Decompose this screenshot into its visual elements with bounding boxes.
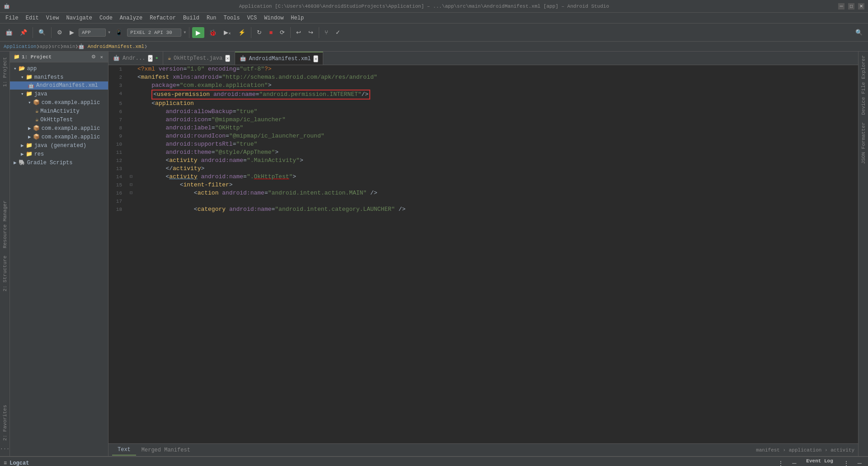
andr-tab-close[interactable]: × xyxy=(148,55,152,62)
device-selector[interactable]: PIXEL 2 API 30 xyxy=(127,29,181,37)
project-gear-icon[interactable]: ⚙ xyxy=(90,53,97,60)
breadcrumb-item-src[interactable]: src xyxy=(52,44,61,49)
tree-item-com1[interactable]: ▾ 📦 com.example.applic xyxy=(10,98,108,107)
tree-item-app[interactable]: ▾ 📂 app xyxy=(10,64,108,73)
search-everywhere-button[interactable]: 🔍 xyxy=(853,28,865,37)
tree-item-manifests[interactable]: ▾ 📁 manifests xyxy=(10,73,108,81)
tree-item-androidmanifest[interactable]: 🤖 AndroidManifest.xml xyxy=(10,81,108,90)
menu-window[interactable]: Window xyxy=(260,14,287,22)
toolbar-settings-icon[interactable]: ⚙ xyxy=(54,28,65,37)
sidebar-favorites[interactable]: 2: Favorites xyxy=(1,401,9,444)
toolbar-arrow-icon: ▾ xyxy=(108,29,111,36)
menu-view[interactable]: View xyxy=(42,14,63,22)
tree-label-com1: com.example.applic xyxy=(42,100,100,106)
bottom-breadcrumb-manifest[interactable]: manifest xyxy=(756,447,780,453)
bottom-breadcrumb-activity[interactable]: activity xyxy=(830,447,854,453)
bottom-breadcrumb-application[interactable]: application xyxy=(789,447,822,453)
manifest-tab-close[interactable]: × xyxy=(313,55,318,62)
menu-analyze[interactable]: Analyze xyxy=(116,14,146,22)
debug-button[interactable]: 🐞 xyxy=(206,28,219,38)
package2-icon: 📦 xyxy=(33,125,40,132)
sidebar-json-formatter[interactable]: JSON Formatter xyxy=(859,119,868,167)
tab-merged-manifest[interactable]: Merged Manifest xyxy=(136,445,196,455)
breadcrumb-item-main[interactable]: main xyxy=(63,44,75,49)
tree-item-okhttptest[interactable]: ☕ OkHttpTest xyxy=(10,115,108,124)
eventlog-menu-icon[interactable]: ⋮ xyxy=(840,458,852,466)
project-close-icon[interactable]: × xyxy=(99,54,104,60)
code-line-4: 4 <uses-permission android:name="android… xyxy=(108,90,858,100)
menu-code[interactable]: Code xyxy=(96,14,116,22)
sync-button[interactable]: ⟳ xyxy=(277,28,288,37)
tree-item-gradle[interactable]: ▶ 🐘 Gradle Scripts xyxy=(10,158,108,167)
menu-navigate[interactable]: Navigate xyxy=(62,14,96,22)
tab-androidmanifest[interactable]: 🤖 AndroidManifest.xml × xyxy=(235,52,323,65)
menu-build[interactable]: Build xyxy=(179,14,203,22)
reload-button[interactable]: ↻ xyxy=(254,28,264,37)
toolbar-separator-5 xyxy=(290,27,291,38)
code-line-7: 7 android:icon="@mipmap/ic_launcher" xyxy=(108,116,858,124)
device-arrow-icon: ▾ xyxy=(183,29,186,36)
project-panel: 📁 1: Project ⚙ × ▾ 📂 app ▾ 📁 manifests xyxy=(10,52,108,456)
logcat-menu-icon[interactable]: ⋮ xyxy=(775,458,787,466)
profile-button[interactable]: ⚡ xyxy=(236,28,248,37)
menu-tools[interactable]: Tools xyxy=(220,14,244,22)
run-button[interactable]: ▶ xyxy=(192,27,204,38)
menu-refactor[interactable]: Refactor xyxy=(146,14,179,22)
tree-item-com3[interactable]: ▶ 📦 com.example.applic xyxy=(10,133,108,141)
tree-item-java[interactable]: ▾ 📁 java xyxy=(10,90,108,98)
commit-button[interactable]: ✓ xyxy=(333,28,343,37)
tree-item-com2[interactable]: ▶ 📦 com.example.applic xyxy=(10,124,108,133)
breadcrumb-item-app2[interactable]: app xyxy=(39,44,48,49)
menu-help[interactable]: Help xyxy=(287,14,307,22)
breadcrumb-item-manifest[interactable]: 🤖 AndroidManifest.xml xyxy=(78,43,144,49)
minimize-button[interactable]: ─ xyxy=(838,3,844,10)
code-line-3: 3 package="com.example.application"> xyxy=(108,81,858,90)
code-line-12: 12 <activity android:name=".MainActivity… xyxy=(108,157,858,165)
breadcrumb-item-app[interactable]: Application xyxy=(4,44,37,49)
menu-edit[interactable]: Edit xyxy=(22,14,42,22)
package-icon: 📦 xyxy=(33,99,40,106)
titlebar: 🤖 Application [C:\Users\46030\AndroidStu… xyxy=(0,0,868,13)
toolbar-search-icon[interactable]: 🔍 xyxy=(36,28,48,37)
logcat-minimize-icon[interactable]: ─ xyxy=(789,458,799,466)
code-line-6: 6 android:allowBackup="true" xyxy=(108,108,858,116)
tree-label-com3: com.example.applic xyxy=(42,134,100,140)
sidebar-structure[interactable]: 2: Structure xyxy=(1,252,9,295)
sidebar-project-label[interactable]: 1: Project xyxy=(1,53,9,90)
coverage-button[interactable]: ▶ₓ xyxy=(221,28,234,37)
redo-button[interactable]: ↪ xyxy=(306,28,316,37)
sidebar-resource-manager[interactable]: Resource Manager xyxy=(1,197,9,252)
menu-run[interactable]: Run xyxy=(203,14,220,22)
toolbar-android-icon[interactable]: 🤖 xyxy=(3,28,15,37)
package3-icon: 📦 xyxy=(33,133,40,140)
code-line-8: 8 android:label="OKHttp" xyxy=(108,124,858,132)
code-line-18: 18 <category android:name="android.inten… xyxy=(108,205,858,214)
toolbar-pin-icon[interactable]: 📌 xyxy=(17,28,30,37)
eventlog-minimize-icon[interactable]: ─ xyxy=(855,458,864,466)
expand-icon-jg: ▶ xyxy=(21,143,24,148)
tab-text[interactable]: Text xyxy=(112,445,136,456)
close-button[interactable]: ✕ xyxy=(858,3,864,10)
app-selector[interactable]: APP xyxy=(79,29,106,37)
okhttptest-tab-close[interactable]: × xyxy=(225,55,230,62)
tab-okhttptest[interactable]: ☕ OkHttpTest.java × xyxy=(163,52,235,65)
tab-andr[interactable]: 🤖 Andr... × ● xyxy=(108,52,163,65)
stop-button[interactable]: ■ xyxy=(266,28,275,37)
tree-item-mainactivity[interactable]: ☕ MainActivity xyxy=(10,107,108,115)
tree-item-java-generated[interactable]: ▶ 📁 java (generated) xyxy=(10,141,108,150)
code-editor[interactable]: 1 <?xml version="1.0" encoding="utf-8"?>… xyxy=(108,65,858,443)
tree-item-res[interactable]: ▶ 📁 res xyxy=(10,150,108,158)
logcat-panel-title: Logcat xyxy=(9,460,29,466)
menu-vcs[interactable]: VCS xyxy=(244,14,261,22)
editor-bottom-tabs: Text Merged Manifest manifest › applicat… xyxy=(108,443,858,456)
menu-file[interactable]: File xyxy=(2,14,22,22)
maximize-button[interactable]: □ xyxy=(848,3,854,10)
code-line-17: 17 xyxy=(108,197,858,205)
title-text: Application [C:\Users\46030\AndroidStudi… xyxy=(10,4,838,9)
git-button[interactable]: ⑂ xyxy=(322,28,331,37)
toolbar-run-profile-icon[interactable]: ▶ xyxy=(67,28,77,37)
editor-tabs: 🤖 Andr... × ● ☕ OkHttpTest.java × 🤖 Andr… xyxy=(108,52,858,65)
undo-button[interactable]: ↩ xyxy=(293,28,304,37)
sidebar-device-file-explorer[interactable]: Device File Explorer xyxy=(859,52,868,119)
toolbar-device-icon[interactable]: 📱 xyxy=(113,28,125,37)
